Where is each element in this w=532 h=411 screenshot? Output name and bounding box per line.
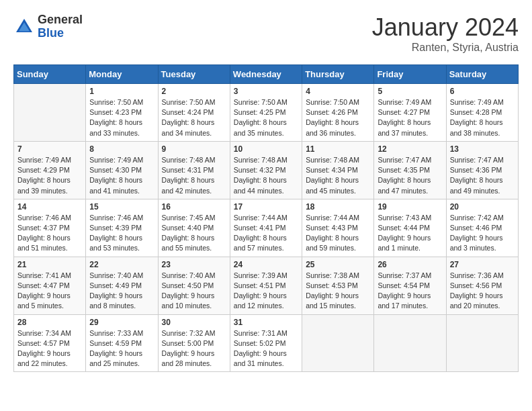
- day-number: 17: [234, 202, 298, 212]
- day-info: Sunrise: 7:46 AMSunset: 4:39 PMDaylight:…: [89, 213, 154, 254]
- day-info: Sunrise: 7:49 AMSunset: 4:28 PMDaylight:…: [450, 97, 515, 138]
- day-info: Sunrise: 7:49 AMSunset: 4:30 PMDaylight:…: [89, 155, 154, 196]
- day-number: 21: [17, 260, 82, 269]
- calendar-cell: 21Sunrise: 7:41 AMSunset: 4:47 PMDayligh…: [14, 257, 86, 314]
- logo-icon: [13, 16, 35, 38]
- month-title: January 2024: [372, 13, 519, 42]
- day-number: 7: [17, 144, 82, 154]
- calendar-cell: 27Sunrise: 7:36 AMSunset: 4:56 PMDayligh…: [446, 257, 518, 314]
- day-info: Sunrise: 7:40 AMSunset: 4:50 PMDaylight:…: [162, 271, 226, 312]
- day-number: 5: [378, 87, 442, 96]
- logo-general-text: General: [38, 13, 83, 27]
- day-info: Sunrise: 7:41 AMSunset: 4:47 PMDaylight:…: [17, 271, 82, 312]
- calendar-table: SundayMondayTuesdayWednesdayThursdayFrid…: [13, 64, 519, 372]
- day-info: Sunrise: 7:36 AMSunset: 4:56 PMDaylight:…: [450, 271, 515, 312]
- calendar-cell: 11Sunrise: 7:48 AMSunset: 4:34 PMDayligh…: [302, 141, 374, 199]
- calendar-cell: 12Sunrise: 7:47 AMSunset: 4:35 PMDayligh…: [374, 141, 446, 199]
- day-header-monday: Monday: [86, 65, 158, 84]
- page-header: General Blue January 2024 Ranten, Styria…: [13, 13, 519, 54]
- calendar-cell: 10Sunrise: 7:48 AMSunset: 4:32 PMDayligh…: [230, 141, 302, 199]
- calendar-cell: 23Sunrise: 7:40 AMSunset: 4:50 PMDayligh…: [158, 257, 230, 314]
- day-number: 1: [89, 87, 154, 96]
- day-number: 4: [306, 87, 370, 96]
- day-header-tuesday: Tuesday: [158, 65, 230, 84]
- day-info: Sunrise: 7:39 AMSunset: 4:51 PMDaylight:…: [234, 271, 298, 312]
- calendar-cell: 1Sunrise: 7:50 AMSunset: 4:23 PMDaylight…: [86, 84, 158, 142]
- title-block: January 2024 Ranten, Styria, Austria: [372, 13, 519, 54]
- day-info: Sunrise: 7:47 AMSunset: 4:36 PMDaylight:…: [450, 155, 515, 196]
- day-info: Sunrise: 7:43 AMSunset: 4:44 PMDaylight:…: [378, 213, 442, 254]
- day-number: 9: [162, 144, 226, 154]
- day-number: 10: [234, 144, 298, 154]
- logo: General Blue: [13, 13, 83, 40]
- day-number: 13: [450, 144, 515, 154]
- day-info: Sunrise: 7:44 AMSunset: 4:41 PMDaylight:…: [234, 213, 298, 254]
- day-info: Sunrise: 7:38 AMSunset: 4:53 PMDaylight:…: [306, 271, 370, 312]
- calendar-cell: 8Sunrise: 7:49 AMSunset: 4:30 PMDaylight…: [86, 141, 158, 199]
- calendar-cell: 20Sunrise: 7:42 AMSunset: 4:46 PMDayligh…: [446, 199, 518, 257]
- day-info: Sunrise: 7:49 AMSunset: 4:27 PMDaylight:…: [378, 97, 442, 138]
- week-row-3: 14Sunrise: 7:46 AMSunset: 4:37 PMDayligh…: [14, 199, 519, 257]
- calendar-cell: 3Sunrise: 7:50 AMSunset: 4:25 PMDaylight…: [230, 84, 302, 142]
- calendar-cell: [14, 84, 86, 142]
- calendar-cell: [302, 314, 374, 372]
- calendar-cell: 22Sunrise: 7:40 AMSunset: 4:49 PMDayligh…: [86, 257, 158, 314]
- day-number: 15: [89, 202, 154, 212]
- day-info: Sunrise: 7:47 AMSunset: 4:35 PMDaylight:…: [378, 155, 442, 196]
- day-info: Sunrise: 7:50 AMSunset: 4:25 PMDaylight:…: [234, 97, 298, 138]
- day-info: Sunrise: 7:48 AMSunset: 4:31 PMDaylight:…: [162, 155, 226, 196]
- calendar-cell: 7Sunrise: 7:49 AMSunset: 4:29 PMDaylight…: [14, 141, 86, 199]
- calendar-cell: 2Sunrise: 7:50 AMSunset: 4:24 PMDaylight…: [158, 84, 230, 142]
- day-info: Sunrise: 7:46 AMSunset: 4:37 PMDaylight:…: [17, 213, 82, 254]
- day-number: 20: [450, 202, 515, 212]
- day-info: Sunrise: 7:50 AMSunset: 4:23 PMDaylight:…: [89, 97, 154, 138]
- calendar-cell: 28Sunrise: 7:34 AMSunset: 4:57 PMDayligh…: [14, 314, 86, 372]
- calendar-cell: 16Sunrise: 7:45 AMSunset: 4:40 PMDayligh…: [158, 199, 230, 257]
- day-header-wednesday: Wednesday: [230, 65, 302, 84]
- calendar-cell: 18Sunrise: 7:44 AMSunset: 4:43 PMDayligh…: [302, 199, 374, 257]
- day-number: 18: [306, 202, 370, 212]
- day-info: Sunrise: 7:45 AMSunset: 4:40 PMDaylight:…: [162, 213, 226, 254]
- day-info: Sunrise: 7:50 AMSunset: 4:24 PMDaylight:…: [162, 97, 226, 138]
- logo-blue-text: Blue: [38, 27, 83, 40]
- logo-text: General Blue: [38, 13, 83, 40]
- day-number: 2: [162, 87, 226, 96]
- week-row-2: 7Sunrise: 7:49 AMSunset: 4:29 PMDaylight…: [14, 141, 519, 199]
- calendar-cell: 17Sunrise: 7:44 AMSunset: 4:41 PMDayligh…: [230, 199, 302, 257]
- day-info: Sunrise: 7:31 AMSunset: 5:02 PMDaylight:…: [234, 328, 298, 369]
- day-info: Sunrise: 7:48 AMSunset: 4:32 PMDaylight:…: [234, 155, 298, 196]
- week-row-4: 21Sunrise: 7:41 AMSunset: 4:47 PMDayligh…: [14, 257, 519, 314]
- day-info: Sunrise: 7:32 AMSunset: 5:00 PMDaylight:…: [162, 328, 226, 369]
- calendar-cell: 30Sunrise: 7:32 AMSunset: 5:00 PMDayligh…: [158, 314, 230, 372]
- day-number: 26: [378, 260, 442, 269]
- calendar-cell: 4Sunrise: 7:50 AMSunset: 4:26 PMDaylight…: [302, 84, 374, 142]
- day-number: 14: [17, 202, 82, 212]
- day-number: 6: [450, 87, 515, 96]
- day-info: Sunrise: 7:50 AMSunset: 4:26 PMDaylight:…: [306, 97, 370, 138]
- calendar-cell: 29Sunrise: 7:33 AMSunset: 4:59 PMDayligh…: [86, 314, 158, 372]
- day-number: 16: [162, 202, 226, 212]
- calendar-cell: 6Sunrise: 7:49 AMSunset: 4:28 PMDaylight…: [446, 84, 518, 142]
- week-row-5: 28Sunrise: 7:34 AMSunset: 4:57 PMDayligh…: [14, 314, 519, 372]
- calendar-cell: 25Sunrise: 7:38 AMSunset: 4:53 PMDayligh…: [302, 257, 374, 314]
- day-info: Sunrise: 7:48 AMSunset: 4:34 PMDaylight:…: [306, 155, 370, 196]
- calendar-cell: 13Sunrise: 7:47 AMSunset: 4:36 PMDayligh…: [446, 141, 518, 199]
- day-info: Sunrise: 7:37 AMSunset: 4:54 PMDaylight:…: [378, 271, 442, 312]
- day-header-friday: Friday: [374, 65, 446, 84]
- calendar-cell: 24Sunrise: 7:39 AMSunset: 4:51 PMDayligh…: [230, 257, 302, 314]
- day-number: 28: [17, 318, 82, 327]
- day-info: Sunrise: 7:44 AMSunset: 4:43 PMDaylight:…: [306, 213, 370, 254]
- day-number: 27: [450, 260, 515, 269]
- calendar-cell: 14Sunrise: 7:46 AMSunset: 4:37 PMDayligh…: [14, 199, 86, 257]
- day-number: 30: [162, 318, 226, 327]
- day-number: 23: [162, 260, 226, 269]
- calendar-cell: 9Sunrise: 7:48 AMSunset: 4:31 PMDaylight…: [158, 141, 230, 199]
- day-number: 29: [89, 318, 154, 327]
- day-number: 12: [378, 144, 442, 154]
- calendar-cell: 31Sunrise: 7:31 AMSunset: 5:02 PMDayligh…: [230, 314, 302, 372]
- calendar-cell: [374, 314, 446, 372]
- day-number: 31: [234, 318, 298, 327]
- day-number: 3: [234, 87, 298, 96]
- calendar-cell: 19Sunrise: 7:43 AMSunset: 4:44 PMDayligh…: [374, 199, 446, 257]
- calendar-cell: 15Sunrise: 7:46 AMSunset: 4:39 PMDayligh…: [86, 199, 158, 257]
